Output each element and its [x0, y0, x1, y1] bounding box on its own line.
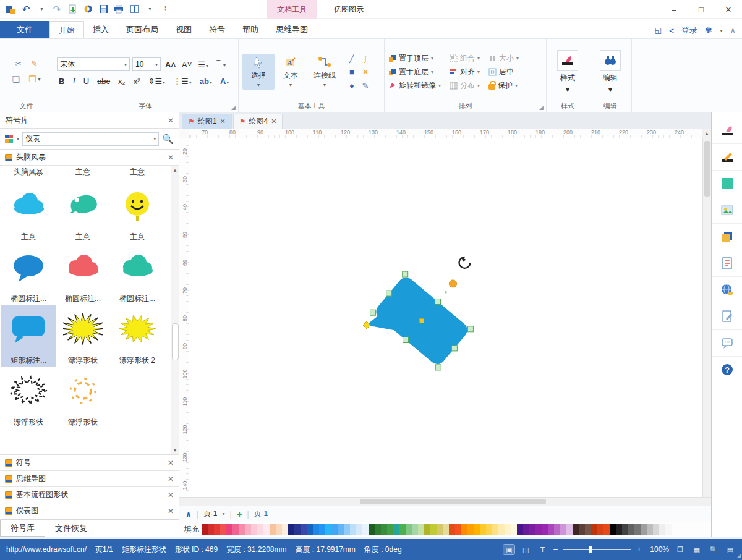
selection-handle[interactable]: [435, 299, 441, 305]
login-button[interactable]: 登录: [681, 25, 697, 36]
zoom-slider-thumb[interactable]: [589, 546, 592, 553]
color-swatch[interactable]: [492, 524, 498, 535]
font-family-select[interactable]: 宋体▾: [57, 57, 130, 71]
color-swatch[interactable]: [665, 524, 672, 535]
share-icon[interactable]: <: [669, 26, 674, 35]
color-swatch[interactable]: [634, 524, 641, 535]
line-spacing-icon[interactable]: ⇕☰▾: [146, 77, 167, 86]
active-page-label[interactable]: 页-1: [254, 509, 268, 519]
color-swatch[interactable]: [585, 524, 591, 535]
color-swatch[interactable]: [232, 524, 239, 535]
color-swatch[interactable]: [313, 524, 319, 535]
resize-grip[interactable]: ◢: [736, 553, 741, 559]
color-swatch[interactable]: [535, 524, 542, 535]
collapse-pagebar-icon[interactable]: ∧: [186, 510, 192, 519]
library-search-select[interactable]: 仪表▾: [22, 132, 159, 146]
symbol-item[interactable]: 主意: [56, 181, 110, 243]
page-view-icon[interactable]: ◫: [520, 545, 531, 554]
format-underline-button[interactable]: U: [82, 77, 91, 86]
ribbon-tab-6[interactable]: 帮助: [234, 21, 267, 38]
color-swatch[interactable]: [239, 524, 245, 535]
rectangle-callout-shape[interactable]: [364, 274, 471, 378]
arrange-置于顶层[interactable]: 置于顶层▾: [388, 53, 441, 64]
symbol-label[interactable]: 主意: [56, 166, 110, 180]
ellipse-icon[interactable]: ●: [345, 78, 359, 92]
scroll-up-icon[interactable]: ▲: [171, 166, 179, 174]
color-swatch[interactable]: [498, 524, 505, 535]
horizontal-scrollbar[interactable]: [179, 497, 711, 506]
zoom-in-button[interactable]: +: [637, 545, 641, 554]
library-menu-caret-icon[interactable]: ▾: [17, 136, 19, 142]
format-superscript-button[interactable]: x²: [132, 77, 142, 86]
format-bold-button[interactable]: B: [57, 77, 66, 86]
style-brush-icon[interactable]: [712, 117, 742, 144]
color-swatch[interactable]: [214, 524, 220, 535]
color-swatch[interactable]: [653, 524, 659, 535]
undo-caret[interactable]: ▾: [36, 3, 47, 15]
color-swatch[interactable]: [208, 524, 214, 535]
redo-icon[interactable]: ↷: [51, 3, 62, 15]
shrink-font-button[interactable]: A˅: [180, 60, 194, 69]
arc-text-icon[interactable]: ⌒▾: [213, 59, 228, 70]
arrange-分布[interactable]: 分布▾: [450, 80, 480, 91]
edit-button[interactable]: 编辑▾: [593, 43, 628, 101]
align-text-icon[interactable]: ☰▾: [196, 60, 210, 69]
page-tab-caret-icon[interactable]: ▾: [223, 511, 225, 517]
paste-icon[interactable]: ❐▾: [27, 74, 43, 85]
color-swatch[interactable]: [319, 524, 325, 535]
symbol-item[interactable]: 漂浮形状 2: [110, 305, 164, 367]
color-swatch[interactable]: [412, 524, 418, 535]
color-swatch[interactable]: [443, 524, 449, 535]
zoom-level[interactable]: 100%: [647, 545, 669, 554]
arrange-大小[interactable]: 大小▾: [488, 53, 519, 64]
color-swatch[interactable]: [294, 524, 301, 535]
ribbon-tab-5[interactable]: 符号: [200, 21, 234, 38]
page-tab[interactable]: 页-1: [203, 509, 218, 519]
cross-icon[interactable]: ✕: [359, 65, 372, 78]
image-icon[interactable]: [712, 197, 742, 224]
symbol-label[interactable]: 头脑风暴: [1, 166, 56, 180]
ribbon-tab-2[interactable]: 插入: [84, 21, 117, 38]
scroll-thumb[interactable]: [172, 323, 179, 360]
more-icon[interactable]: ⁞: [160, 3, 171, 15]
section-close-icon[interactable]: ✕: [168, 491, 174, 499]
color-swatch[interactable]: [430, 524, 437, 535]
color-swatch[interactable]: [529, 524, 535, 535]
color-swatch[interactable]: [554, 524, 560, 535]
curve-icon[interactable]: ʃ: [359, 51, 372, 65]
bullet-list-icon[interactable]: ⋮☰▾: [171, 77, 194, 86]
color-swatch[interactable]: [350, 524, 356, 535]
symbol-item[interactable]: 漂浮形状: [56, 367, 110, 428]
color-swatch[interactable]: [647, 524, 653, 535]
arrange-旋转和镜像[interactable]: 旋转和镜像▾: [388, 80, 441, 91]
comment-icon[interactable]: [712, 330, 742, 357]
pen-edit-icon[interactable]: [712, 144, 742, 171]
import-icon[interactable]: [67, 3, 78, 15]
layers-icon[interactable]: [712, 224, 742, 250]
hyperlink-globe-icon[interactable]: [712, 277, 742, 303]
minimize-button[interactable]: –: [660, 0, 688, 19]
color-swatch[interactable]: [597, 524, 603, 535]
color-swatch[interactable]: [399, 524, 406, 535]
window-icon[interactable]: [129, 3, 140, 15]
center-handle[interactable]: [420, 319, 424, 323]
color-swatch[interactable]: [263, 524, 270, 535]
highlight-color-icon[interactable]: ab▾: [198, 77, 214, 86]
document-tools-tab[interactable]: 文档工具: [267, 0, 317, 19]
text-tool-button[interactable]: A 文本▾: [275, 54, 307, 90]
section-close-icon[interactable]: ✕: [168, 459, 174, 467]
library-close-icon[interactable]: ✕: [168, 116, 174, 125]
print-icon[interactable]: [113, 3, 124, 15]
settings-caret-icon[interactable]: ▾: [720, 28, 722, 33]
color-swatch[interactable]: [375, 524, 381, 535]
selection-handle[interactable]: [435, 365, 441, 370]
section-close-icon[interactable]: ✕: [168, 153, 174, 162]
undo-icon[interactable]: ↶: [20, 3, 32, 15]
selection-handle[interactable]: [403, 337, 409, 343]
selection-handle[interactable]: [451, 346, 457, 351]
section-close-icon[interactable]: ✕: [168, 475, 174, 483]
color-swatch[interactable]: [548, 524, 554, 535]
color-swatch[interactable]: [486, 524, 492, 535]
horizontal-scroll-thumb[interactable]: [360, 499, 546, 504]
color-swatch[interactable]: [202, 524, 208, 535]
